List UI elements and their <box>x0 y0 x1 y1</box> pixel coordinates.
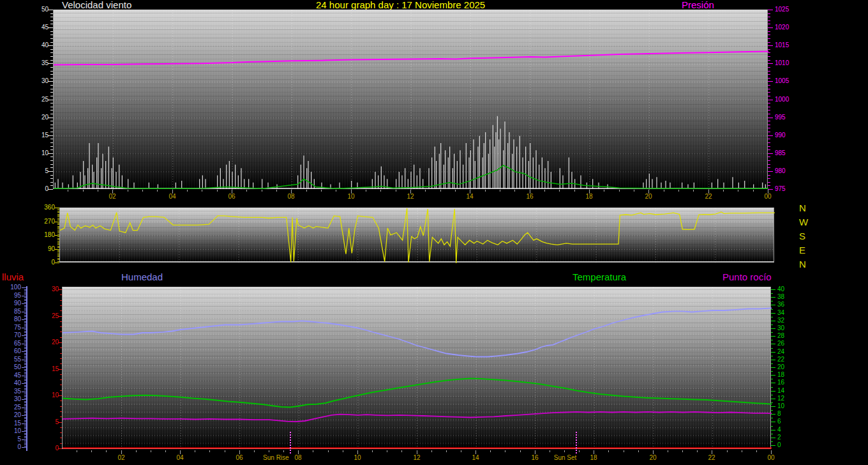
axis-tick <box>22 431 26 432</box>
axis-tick-label: 70 <box>14 332 21 339</box>
axis-tick <box>768 175 770 176</box>
axis-tick <box>60 305 62 306</box>
wind-pressure-series <box>54 10 768 190</box>
axis-tick-label: 85 <box>14 309 21 315</box>
axis-tick <box>768 24 770 24</box>
axis-tick <box>401 450 402 452</box>
axis-tick-label: 36 <box>777 301 784 308</box>
axis-tick-label: 38 <box>777 294 784 300</box>
axis-tick-label: 360 <box>44 204 55 211</box>
axis-tick <box>771 328 775 329</box>
compass-letter-n-4: N <box>799 259 806 269</box>
temperature-title: Temperatura <box>572 272 626 282</box>
axis-tick <box>396 190 396 192</box>
weather-24h-graph: Velocidad viento 24 hour graph day : 17 … <box>0 0 868 465</box>
axis-tick <box>60 406 62 407</box>
axis-tick <box>98 190 98 192</box>
axis-tick <box>768 107 770 107</box>
axis-tick <box>638 450 639 452</box>
axis-tick <box>77 450 77 452</box>
hour-label: 00 <box>764 194 771 200</box>
axis-tick <box>57 244 59 245</box>
axis-tick-label: 45 <box>14 372 21 379</box>
axis-tick <box>106 450 107 452</box>
axis-tick <box>771 441 773 442</box>
axis-tick <box>768 132 770 132</box>
axis-tick <box>682 450 683 452</box>
axis-tick <box>22 287 26 288</box>
axis-tick <box>60 332 62 332</box>
axis-tick <box>22 392 26 392</box>
axis-tick <box>48 118 53 118</box>
axis-tick <box>768 34 770 35</box>
axis-tick <box>57 261 59 262</box>
axis-tick <box>768 96 770 96</box>
axis-tick <box>60 321 62 322</box>
axis-tick <box>283 450 284 452</box>
axis-tick-label: 90 <box>14 300 21 307</box>
wind-speed-title: Velocidad viento <box>62 0 131 10</box>
humidity-title: Humedad <box>121 272 163 282</box>
sunset-marker-line <box>576 432 577 454</box>
axis-tick <box>768 146 770 147</box>
axis-tick-label: 15 <box>14 420 21 427</box>
axis-tick <box>22 376 26 376</box>
axis-tick <box>55 235 59 236</box>
axis-tick <box>83 190 84 192</box>
axis-tick-label: 28 <box>777 333 784 339</box>
axis-tick-label: 25 <box>14 404 21 411</box>
axis-tick <box>768 171 773 172</box>
axis-tick <box>60 347 62 348</box>
axis-tick <box>313 450 313 452</box>
compass-letter-n-0: N <box>799 203 806 213</box>
axis-tick <box>202 190 202 192</box>
axis-tick <box>57 240 59 240</box>
axis-tick <box>60 385 62 385</box>
axis-tick <box>771 371 773 372</box>
axis-tick-label: 5 <box>55 419 59 425</box>
axis-tick <box>269 450 269 452</box>
wind-direction-plot <box>59 208 774 263</box>
axis-tick <box>768 67 770 68</box>
hour-label: 22 <box>705 194 712 200</box>
axis-tick <box>771 324 773 325</box>
axis-tick-label: 0 <box>51 259 55 266</box>
axis-tick <box>768 92 770 93</box>
axis-tick <box>425 190 426 192</box>
axis-tick-label: 1000 <box>775 96 789 103</box>
axis-tick <box>50 49 53 50</box>
axis-tick <box>771 336 775 337</box>
axis-tick <box>771 418 773 418</box>
axis-tick-label: 1015 <box>775 42 789 49</box>
axis-tick <box>514 190 515 192</box>
axis-tick <box>60 337 62 338</box>
axis-tick <box>446 450 447 452</box>
axis-tick-label: 24 <box>777 349 784 355</box>
axis-tick <box>768 89 770 89</box>
axis-tick <box>60 438 62 438</box>
axis-tick-label: 0 <box>777 442 781 448</box>
axis-tick <box>55 263 59 263</box>
axis-tick <box>254 450 255 452</box>
axis-tick <box>50 139 53 139</box>
axis-tick-label: 30 <box>777 325 784 332</box>
axis-tick <box>57 224 59 225</box>
axis-tick <box>768 13 770 14</box>
axis-tick-label: 30 <box>52 286 59 293</box>
axis-tick <box>771 426 773 427</box>
hour-label: 14 <box>466 194 473 200</box>
axis-tick <box>187 190 188 192</box>
hour-label: 06 <box>236 455 243 461</box>
axis-tick <box>440 190 441 192</box>
axis-tick <box>306 190 307 192</box>
axis-tick <box>50 142 53 143</box>
axis-tick <box>579 450 580 452</box>
axis-tick <box>60 294 62 295</box>
axis-tick <box>57 229 59 229</box>
axis-tick <box>22 399 26 400</box>
axis-tick <box>771 438 775 438</box>
axis-tick <box>195 450 195 452</box>
rain-title: lluvia <box>2 272 24 282</box>
hour-label: 18 <box>585 194 592 200</box>
axis-tick-label: 25 <box>41 96 49 103</box>
